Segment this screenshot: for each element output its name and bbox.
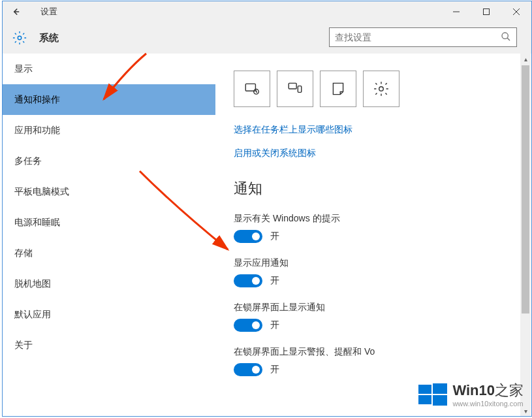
toggle-label: 在锁屏界面上显示通知 <box>234 302 507 314</box>
minimize-icon <box>452 8 460 16</box>
search-input[interactable] <box>335 32 501 42</box>
sidebar-item-power-sleep[interactable]: 电源和睡眠 <box>3 207 215 238</box>
header: 系统 <box>3 22 531 54</box>
toggle-state: 开 <box>270 275 279 287</box>
svg-rect-1 <box>484 9 490 15</box>
note-icon <box>330 80 347 97</box>
vertical-scrollbar[interactable]: ▴ ▾ <box>520 54 531 416</box>
svg-line-6 <box>507 38 510 40</box>
gear-icon <box>12 30 27 46</box>
sidebar-item-label: 显示 <box>14 63 33 75</box>
sidebar-item-multitasking[interactable]: 多任务 <box>3 146 215 176</box>
sidebar-item-label: 电源和睡眠 <box>14 217 60 229</box>
section-title-notifications: 通知 <box>234 179 507 199</box>
svg-rect-9 <box>289 83 296 89</box>
sidebar-item-offline-maps[interactable]: 脱机地图 <box>3 268 215 299</box>
watermark: Win10之家 www.win10xitong.com <box>417 379 524 411</box>
win10-logo-icon <box>417 379 448 411</box>
svg-rect-12 <box>418 385 431 394</box>
window-controls <box>441 1 531 22</box>
minimize-button[interactable] <box>441 1 471 22</box>
sidebar-item-label: 应用和功能 <box>14 125 60 137</box>
toggle-knob <box>252 277 260 285</box>
sidebar-item-label: 通知和操作 <box>14 94 60 106</box>
svg-point-11 <box>379 87 384 91</box>
watermark-url: www.win10xitong.com <box>452 400 524 409</box>
watermark-brand: Win10之家 <box>452 381 524 400</box>
toggle-label: 在锁屏界面上显示警报、提醒和 Vo <box>234 346 507 358</box>
sidebar-item-label: 存储 <box>14 248 33 259</box>
search-box[interactable] <box>329 27 517 47</box>
sidebar-item-apps[interactable]: 应用和功能 <box>3 115 215 146</box>
sidebar-item-about[interactable]: 关于 <box>3 330 215 361</box>
window-title: 设置 <box>40 6 57 18</box>
svg-point-5 <box>502 33 508 39</box>
sidebar-item-label: 关于 <box>14 340 33 351</box>
quick-action-tiles <box>234 71 507 107</box>
toggle-knob <box>252 366 260 374</box>
svg-rect-15 <box>433 395 447 406</box>
link-taskbar-icons[interactable]: 选择在任务栏上显示哪些图标 <box>234 124 507 136</box>
sidebar-item-label: 平板电脑模式 <box>14 186 69 198</box>
scroll-thumb[interactable] <box>522 65 529 314</box>
scroll-arrow-up-icon[interactable]: ▴ <box>520 54 531 64</box>
sidebar-item-tablet-mode[interactable]: 平板电脑模式 <box>3 176 215 207</box>
sidebar-item-notifications[interactable]: 通知和操作 <box>3 84 215 115</box>
maximize-icon <box>482 8 490 16</box>
sidebar-item-label: 默认应用 <box>14 309 51 321</box>
tile-connect[interactable] <box>277 71 313 107</box>
svg-rect-10 <box>298 86 301 93</box>
toggle-state: 开 <box>270 364 279 376</box>
content-area: 选择在任务栏上显示哪些图标 启用或关闭系统图标 通知 显示有关 Windows … <box>215 54 525 417</box>
toggle-switch-app-notifications[interactable] <box>234 274 262 287</box>
close-button[interactable] <box>501 1 531 22</box>
svg-rect-14 <box>418 395 431 404</box>
sidebar-item-default-apps[interactable]: 默认应用 <box>3 299 215 330</box>
toggle-label: 显示应用通知 <box>234 257 507 269</box>
toggle-row-windows-tips: 显示有关 Windows 的提示 开 <box>234 213 507 243</box>
svg-point-4 <box>18 36 22 40</box>
toggle-knob <box>252 321 260 329</box>
link-system-icons[interactable]: 启用或关闭系统图标 <box>234 148 507 159</box>
search-icon <box>501 31 511 44</box>
maximize-button[interactable] <box>471 1 501 22</box>
toggle-row-lockscreen-alarms: 在锁屏界面上显示警报、提醒和 Vo 开 <box>234 346 507 376</box>
tile-note[interactable] <box>320 71 356 107</box>
toggle-row-lockscreen-notifications: 在锁屏界面上显示通知 开 <box>234 302 507 332</box>
sidebar-item-label: 脱机地图 <box>14 278 51 290</box>
toggle-row-app-notifications: 显示应用通知 开 <box>234 257 507 287</box>
toggle-switch-windows-tips[interactable] <box>234 230 262 243</box>
toggle-state: 开 <box>270 319 279 331</box>
toggle-state: 开 <box>270 231 279 242</box>
page-title: 系统 <box>39 32 59 44</box>
device-icon <box>287 80 304 97</box>
titlebar: 设置 <box>3 1 531 22</box>
sidebar-item-label: 多任务 <box>14 155 42 167</box>
toggle-switch-lockscreen-alarms[interactable] <box>234 363 262 376</box>
sidebar-item-display[interactable]: 显示 <box>3 54 215 84</box>
back-button[interactable] <box>3 1 29 22</box>
arrow-left-icon <box>10 6 22 18</box>
close-icon <box>512 8 520 16</box>
svg-rect-13 <box>433 383 447 394</box>
toggle-label: 显示有关 Windows 的提示 <box>234 213 507 225</box>
settings-icon <box>373 80 390 97</box>
toggle-knob <box>252 233 260 240</box>
tablet-icon <box>243 80 260 97</box>
sidebar: 显示 通知和操作 应用和功能 多任务 平板电脑模式 电源和睡眠 存储 脱机地图 … <box>3 54 215 417</box>
toggle-switch-lockscreen-notifications[interactable] <box>234 319 262 332</box>
sidebar-item-storage[interactable]: 存储 <box>3 238 215 268</box>
tile-tablet-mode[interactable] <box>234 71 270 107</box>
tile-settings[interactable] <box>363 71 399 107</box>
